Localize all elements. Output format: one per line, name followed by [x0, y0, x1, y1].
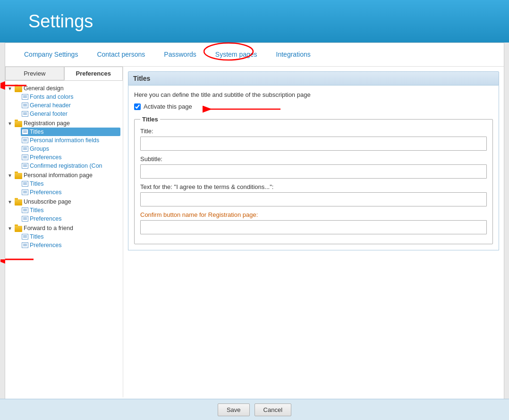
page-icon-general-header: [22, 103, 28, 108]
subtitle-input[interactable]: [140, 164, 487, 179]
form-field-terms: Text for the: "I agree to the terms & co…: [140, 183, 487, 206]
form-field-confirm-btn: Confirm button name for Registration pag…: [140, 211, 487, 234]
folder-icon-unsubscribe-page: [15, 199, 22, 206]
tree-group-label-registration-page: Registration page: [24, 120, 70, 127]
folder-icon-forward-to-friend: [15, 226, 22, 232]
form-label-subtitle: Subtitle:: [140, 155, 487, 163]
content-panel: Titles Here you can define the title and…: [128, 71, 499, 250]
tree-item-confirmed-reg[interactable]: Confirmed registration (Con: [21, 162, 120, 170]
terms-input[interactable]: [140, 192, 487, 206]
tree-group-header-personal-info-page[interactable]: ▼ Personal information page: [8, 171, 120, 180]
tab-contact-persons[interactable]: Contact persons: [87, 43, 154, 66]
tab-passwords[interactable]: Passwords: [154, 43, 205, 66]
page-icon-preferences: [22, 154, 28, 160]
titles-fieldset: Titles Title: Subtitle: Text for the: "I…: [134, 116, 493, 244]
tree-group-registration-page: ▼ Registration page Titles Personal info…: [8, 119, 120, 170]
content-area: Preview Preferences ▼ General design Fon…: [5, 67, 504, 397]
sidebar-tab-preview[interactable]: Preview: [5, 67, 64, 80]
tree: ▼ General design Fonts and colors Genera…: [5, 81, 123, 253]
main-content: Titles Here you can define the title and…: [123, 67, 504, 397]
main-container: Company Settings Contact persons Passwor…: [5, 43, 504, 402]
page-icon-personal-info-fields: [22, 137, 28, 143]
tree-item-general-footer[interactable]: General footer: [21, 110, 120, 118]
tree-group-forward-to-friend: ▼ Forward to a friend Titles Preferences: [8, 224, 120, 249]
tree-group-label-personal-info-page: Personal information page: [24, 172, 93, 179]
title-input[interactable]: [140, 137, 487, 151]
page-header: Settings: [0, 0, 509, 43]
save-button[interactable]: Save: [218, 403, 250, 416]
panel-body: Here you can define the title and subtit…: [128, 86, 499, 250]
tree-item-us-titles[interactable]: Titles: [21, 206, 120, 214]
page-icon-us-titles: [22, 207, 28, 213]
tree-group-personal-info-page: ▼ Personal information page Titles Prefe…: [8, 171, 120, 197]
tree-item-pi-preferences[interactable]: Preferences: [21, 188, 120, 197]
tree-item-preferences[interactable]: Preferences: [21, 153, 120, 162]
tree-children-unsubscribe-page: Titles Preferences: [8, 206, 120, 223]
tree-item-personal-info-fields[interactable]: Personal information fields: [21, 136, 120, 145]
tree-group-label-unsubscribe-page: Unsubscribe page: [24, 198, 71, 205]
page-icon-ftf-preferences: [22, 242, 28, 248]
titles-legend: Titles: [140, 116, 160, 123]
panel-description: Here you can define the title and subtit…: [134, 91, 493, 98]
page-icon-pi-preferences: [22, 189, 28, 195]
tree-item-fonts-colors[interactable]: Fonts and colors: [21, 93, 120, 101]
page-icon-pi-titles: [22, 181, 28, 187]
sidebar-tab-bar: Preview Preferences: [5, 67, 123, 81]
activate-label: Activate this page: [144, 103, 192, 110]
sidebar-tab-preferences[interactable]: Preferences: [64, 67, 123, 80]
tree-group-label-forward-to-friend: Forward to a friend: [24, 225, 73, 231]
page-title: Settings: [28, 11, 93, 32]
expand-icon-forward-to-friend: ▼: [8, 226, 13, 231]
form-field-subtitle: Subtitle:: [140, 155, 487, 179]
tab-bar: Company Settings Contact persons Passwor…: [5, 43, 504, 67]
confirm-btn-input[interactable]: [140, 220, 487, 234]
tab-company-settings[interactable]: Company Settings: [15, 43, 87, 66]
bottom-bar: Save Cancel: [0, 399, 509, 420]
form-label-terms: Text for the: "I agree to the terms & co…: [140, 183, 487, 190]
tree-item-titles[interactable]: Titles: [21, 128, 120, 136]
tree-group-general-design: ▼ General design Fonts and colors Genera…: [8, 84, 120, 118]
panel-header: Titles: [128, 71, 499, 86]
form-label-confirm-btn: Confirm button name for Registration pag…: [140, 211, 487, 218]
tree-children-forward-to-friend: Titles Preferences: [8, 232, 120, 249]
folder-icon-general-design: [15, 86, 22, 92]
tab-system-pages[interactable]: System pages: [206, 43, 267, 66]
form-label-title: Title:: [140, 128, 487, 135]
tree-item-pi-titles[interactable]: Titles: [21, 180, 120, 188]
form-field-title: Title:: [140, 128, 487, 151]
tree-group-header-forward-to-friend[interactable]: ▼ Forward to a friend: [8, 224, 120, 232]
tree-children-registration-page: Titles Personal information fields Group…: [8, 128, 120, 170]
cancel-button[interactable]: Cancel: [254, 403, 291, 416]
activate-row: Activate this page: [134, 103, 192, 110]
sidebar: Preview Preferences ▼ General design Fon…: [5, 67, 123, 397]
page-icon-titles: [22, 129, 28, 135]
page-icon-groups: [22, 146, 28, 152]
folder-icon-personal-info-page: [15, 173, 22, 179]
tree-item-general-header[interactable]: General header: [21, 101, 120, 110]
folder-icon-registration-page: [15, 121, 22, 127]
activate-checkbox[interactable]: [134, 103, 141, 110]
page-icon-general-footer: [22, 111, 28, 117]
tab-integrations[interactable]: Integrations: [267, 43, 320, 66]
expand-icon-unsubscribe-page: ▼: [8, 199, 13, 205]
activate-arrow-annotation: [195, 102, 290, 116]
expand-icon-personal-info-page: ▼: [8, 173, 13, 178]
tree-children-personal-info-page: Titles Preferences: [8, 180, 120, 197]
tree-children-general-design: Fonts and colors General header General …: [8, 93, 120, 118]
activate-row-container: Activate this page: [134, 103, 192, 116]
tree-group-label-general-design: General design: [24, 85, 64, 92]
tree-group-header-general-design[interactable]: ▼ General design: [8, 84, 120, 93]
tree-item-us-preferences[interactable]: Preferences: [21, 214, 120, 223]
tree-group-unsubscribe-page: ▼ Unsubscribe page Titles Preferences: [8, 197, 120, 223]
tree-item-ftf-preferences[interactable]: Preferences: [21, 241, 120, 249]
tree-item-groups[interactable]: Groups: [21, 145, 120, 153]
expand-icon-general-design: ▼: [8, 86, 13, 91]
tree-item-ftf-titles[interactable]: Titles: [21, 232, 120, 241]
page-icon-fonts-colors: [22, 94, 28, 100]
expand-icon-registration-page: ▼: [8, 121, 13, 126]
tree-group-header-unsubscribe-page[interactable]: ▼ Unsubscribe page: [8, 197, 120, 206]
page-icon-ftf-titles: [22, 234, 28, 240]
tree-group-header-registration-page[interactable]: ▼ Registration page: [8, 119, 120, 128]
page-icon-us-preferences: [22, 216, 28, 222]
page-icon-confirmed-reg: [22, 163, 28, 169]
